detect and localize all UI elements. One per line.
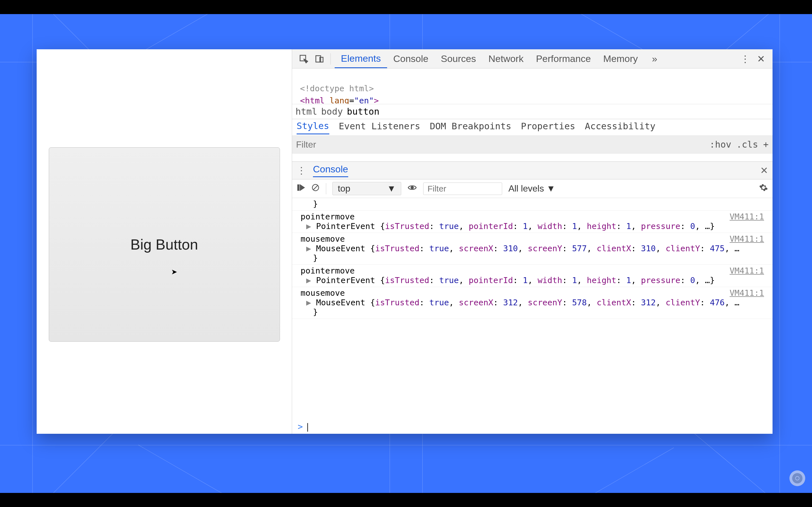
log-event-name: pointermove (301, 266, 355, 276)
dom-doctype: <!doctype html> (300, 83, 374, 93)
tab-performance[interactable]: Performance (530, 49, 597, 68)
tab-console[interactable]: Console (387, 49, 435, 68)
drawer-close-icon[interactable]: ✕ (760, 165, 768, 176)
big-button[interactable]: Big Button ➤ (49, 147, 280, 342)
log-source-link[interactable]: VM411:1 (730, 234, 764, 244)
prompt-marker: > (298, 421, 303, 432)
big-button-label: Big Button (131, 236, 198, 253)
devtools-window: Big Button ➤ ElementsConsoleSourcesNetwo… (37, 49, 772, 434)
drawer-kebab-icon[interactable]: ⋮ (297, 165, 306, 176)
console-clear-icon[interactable] (311, 183, 320, 194)
page-preview-pane: Big Button ➤ (37, 49, 292, 434)
log-event-name: pointermove (301, 212, 355, 221)
styles-tab-accessibility[interactable]: Accessibility (585, 121, 655, 134)
cursor-icon: ➤ (171, 268, 177, 276)
log-object[interactable]: ▶ MouseEvent {isTrusted: true, screenX: … (301, 244, 764, 253)
drawer-tab-console[interactable]: Console (313, 164, 348, 177)
log-object[interactable]: ▶ PointerEvent {isTrusted: true, pointer… (301, 276, 764, 285)
dom-tree[interactable]: <!doctype html> <html lang="en"> ▶<head>… (292, 68, 772, 104)
device-toggle-icon[interactable] (312, 52, 326, 66)
console-prompt[interactable]: > (292, 419, 772, 434)
cls-toggle[interactable]: .cls (737, 139, 758, 150)
console-play-icon[interactable] (297, 183, 305, 194)
hov-toggle[interactable]: :hov (710, 139, 731, 150)
log-source-link[interactable]: VM411:1 (730, 212, 764, 221)
breadcrumb-button[interactable]: button (347, 106, 379, 117)
tab-elements[interactable]: Elements (335, 49, 387, 68)
console-filter-input[interactable] (423, 182, 502, 195)
console-toolbar: top ▼ All levels ▼ (292, 179, 772, 198)
svg-point-2 (796, 476, 799, 480)
log-object[interactable]: ▶ PointerEvent {isTrusted: true, pointer… (301, 221, 764, 231)
drawer-header: ⋮ Console ✕ (292, 161, 772, 179)
log-source-link[interactable]: VM411:1 (730, 266, 764, 276)
styles-body (292, 154, 772, 161)
console-log-entry[interactable]: mousemoveVM411:1▶ MouseEvent {isTrusted:… (292, 287, 772, 319)
tab-sources[interactable]: Sources (435, 49, 482, 68)
tabs-overflow-icon[interactable]: » (646, 49, 663, 68)
tab-memory[interactable]: Memory (597, 49, 644, 68)
inspect-icon[interactable] (297, 52, 311, 66)
console-log-list[interactable]: }pointermoveVM411:1▶ PointerEvent {isTru… (292, 198, 772, 419)
styles-tab-properties[interactable]: Properties (521, 121, 575, 134)
chevron-down-icon: ▼ (387, 183, 396, 194)
svg-line-8 (313, 185, 318, 189)
log-event-name: mousemove (301, 288, 345, 298)
console-log-entry[interactable]: pointermoveVM411:1▶ PointerEvent {isTrus… (292, 265, 772, 287)
log-event-name: mousemove (301, 234, 345, 244)
console-log-entry[interactable]: } (292, 198, 772, 211)
console-levels-select[interactable]: All levels ▼ (508, 183, 555, 194)
devtools-tabbar: ElementsConsoleSourcesNetworkPerformance… (292, 49, 772, 68)
breadcrumb-body[interactable]: body (321, 106, 343, 117)
svg-rect-6 (298, 185, 299, 190)
console-eye-icon[interactable] (407, 183, 417, 194)
console-settings-icon[interactable] (759, 183, 768, 194)
styles-tab-event-listeners[interactable]: Event Listeners (339, 121, 420, 134)
breadcrumb: htmlbodybutton (292, 104, 772, 119)
styles-subtabs: StylesEvent ListenersDOM BreakpointsProp… (292, 119, 772, 135)
add-style-button[interactable]: + (763, 139, 769, 150)
svg-point-9 (411, 186, 414, 189)
devtools-panel: ElementsConsoleSourcesNetworkPerformance… (292, 49, 772, 434)
console-context-select[interactable]: top ▼ (333, 182, 401, 195)
kebab-menu-icon[interactable]: ⋮ (738, 52, 752, 66)
elements-panel: <!doctype html> <html lang="en"> ▶<head>… (292, 68, 772, 161)
console-log-entry[interactable]: pointermoveVM411:1▶ PointerEvent {isTrus… (292, 211, 772, 233)
breadcrumb-html[interactable]: html (296, 106, 317, 117)
close-devtools-icon[interactable]: ✕ (754, 52, 768, 66)
styles-tab-styles[interactable]: Styles (297, 121, 329, 134)
chrome-logo-icon (790, 470, 805, 486)
presentation-background: Big Button ➤ ElementsConsoleSourcesNetwo… (0, 14, 812, 493)
console-log-entry[interactable]: mousemoveVM411:1▶ MouseEvent {isTrusted:… (292, 233, 772, 265)
log-object[interactable]: ▶ MouseEvent {isTrusted: true, screenX: … (301, 298, 764, 307)
styles-tab-dom-breakpoints[interactable]: DOM Breakpoints (430, 121, 511, 134)
styles-filter-input[interactable] (296, 139, 705, 150)
tab-network[interactable]: Network (482, 49, 530, 68)
log-source-link[interactable]: VM411:1 (730, 288, 764, 298)
styles-filter-row: :hov .cls + (292, 135, 772, 154)
console-context-label: top (338, 183, 350, 194)
